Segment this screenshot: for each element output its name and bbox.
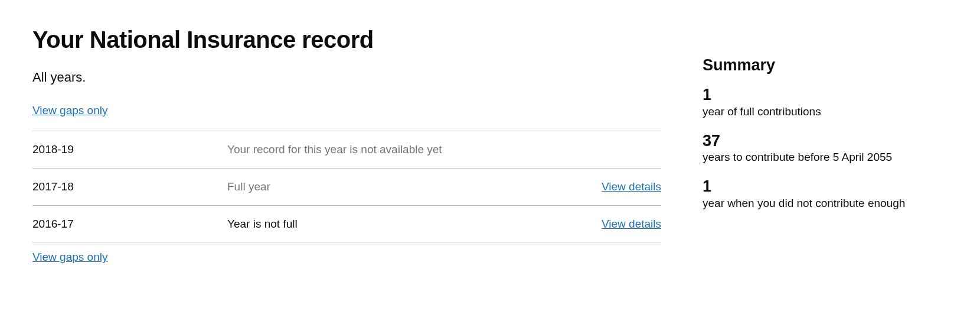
status-cell: Year is not full — [227, 205, 579, 242]
stat-number: 37 — [703, 132, 948, 150]
page-title: Your National Insurance record — [32, 24, 661, 56]
year-cell: 2016-17 — [32, 205, 227, 242]
view-gaps-link-bottom[interactable]: View gaps only — [32, 250, 107, 265]
status-cell: Your record for this year is not availab… — [227, 131, 579, 169]
stat-description: year when you did not contribute enough — [703, 196, 948, 211]
summary-heading: Summary — [703, 54, 948, 76]
stat-description: year of full contributions — [703, 104, 948, 119]
summary-stat: 37years to contribute before 5 April 205… — [703, 132, 948, 165]
action-cell: View details — [579, 168, 661, 205]
status-cell: Full year — [227, 168, 579, 205]
year-cell: 2018-19 — [32, 131, 227, 169]
stat-description: years to contribute before 5 April 2055 — [703, 150, 948, 165]
ni-record-table: 2018-19Your record for this year is not … — [32, 131, 661, 242]
year-cell: 2017-18 — [32, 168, 227, 205]
action-cell: View details — [579, 205, 661, 242]
table-row: 2018-19Your record for this year is not … — [32, 131, 661, 169]
table-row: 2016-17Year is not fullView details — [32, 205, 661, 242]
stat-number: 1 — [703, 178, 948, 196]
table-row: 2017-18Full yearView details — [32, 168, 661, 205]
subtitle: All years. — [32, 69, 661, 86]
view-details-link[interactable]: View details — [602, 179, 661, 195]
stat-number: 1 — [703, 86, 948, 104]
view-details-link[interactable]: View details — [602, 216, 661, 232]
view-gaps-link-top[interactable]: View gaps only — [32, 103, 107, 118]
summary-stat: 1year when you did not contribute enough — [703, 178, 948, 210]
action-cell — [579, 131, 661, 169]
summary-stat: 1year of full contributions — [703, 86, 948, 119]
